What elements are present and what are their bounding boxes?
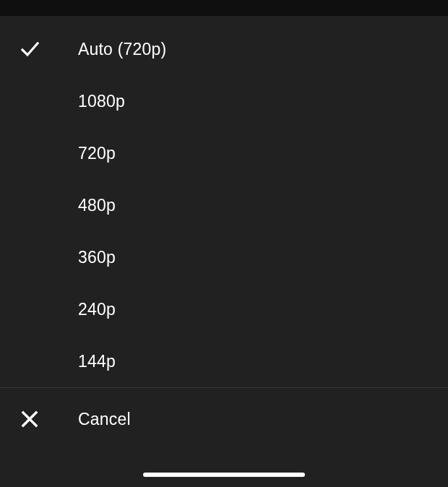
quality-option-240p[interactable]: 240p: [0, 283, 448, 335]
quality-option-label: 360p: [78, 248, 116, 267]
quality-option-label: 720p: [78, 144, 116, 163]
quality-options-list: Auto (720p) 1080p 720p 480p 360p 240p 14…: [0, 16, 448, 387]
cancel-button[interactable]: Cancel: [0, 388, 448, 450]
close-icon: [19, 408, 40, 430]
quality-option-label: 480p: [78, 196, 116, 215]
quality-option-360p[interactable]: 360p: [0, 231, 448, 283]
quality-option-label: 144p: [78, 352, 116, 371]
quality-option-label: 1080p: [78, 92, 125, 111]
quality-option-144p[interactable]: 144p: [0, 335, 448, 387]
quality-option-label: Auto (720p): [78, 40, 166, 59]
quality-option-1080p[interactable]: 1080p: [0, 75, 448, 127]
quality-option-label: 240p: [78, 300, 116, 319]
home-indicator: [143, 473, 305, 477]
cancel-label: Cancel: [78, 410, 131, 429]
quality-option-480p[interactable]: 480p: [0, 179, 448, 231]
checkmark-icon: [19, 38, 40, 60]
quality-option-auto[interactable]: Auto (720p): [0, 23, 448, 75]
quality-option-720p[interactable]: 720p: [0, 127, 448, 179]
status-bar: [0, 0, 448, 16]
quality-action-sheet: Auto (720p) 1080p 720p 480p 360p 240p 14…: [0, 16, 448, 487]
